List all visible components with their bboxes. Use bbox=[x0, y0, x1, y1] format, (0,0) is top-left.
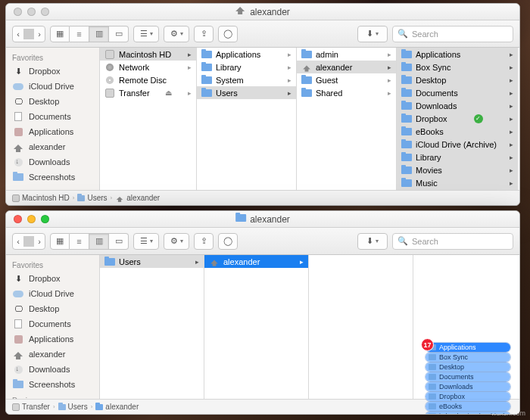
dropbox-menu[interactable]: ⬇ bbox=[357, 26, 388, 42]
view-gallery-button[interactable]: ▭ bbox=[109, 26, 129, 42]
column-3[interactable]: adminalexanderGuestShared bbox=[297, 48, 397, 190]
path-seg-1[interactable]: Transfer bbox=[12, 403, 50, 411]
column-2[interactable]: alexander bbox=[204, 255, 309, 399]
list-item[interactable]: Users bbox=[100, 255, 204, 268]
nav-buttons[interactable]: ‹› bbox=[12, 233, 45, 250]
column-4[interactable]: ApplicationsBox SyncDesktopDocumentsDown… bbox=[397, 48, 518, 190]
list-item[interactable]: eBooks bbox=[397, 125, 518, 138]
sidebar-item-applications[interactable]: Applications bbox=[6, 331, 99, 347]
sidebar-item-applications[interactable]: Applications bbox=[6, 124, 99, 139]
sidebar-item-downloads[interactable]: Downloads bbox=[6, 362, 99, 377]
sidebar-item-icloud[interactable]: iCloud Drive bbox=[6, 286, 99, 301]
column-1[interactable]: Users bbox=[100, 255, 204, 399]
action-menu[interactable]: ⚙ bbox=[164, 233, 189, 250]
item-label: System bbox=[216, 76, 244, 85]
sidebar-item-alexander[interactable]: alexander bbox=[6, 139, 99, 154]
sidebar-item-alexander[interactable]: alexander bbox=[6, 347, 99, 362]
list-item[interactable]: Pictures bbox=[397, 189, 518, 190]
sidebar-item-desktop[interactable]: 🖵Desktop bbox=[6, 94, 99, 109]
path-seg-2[interactable]: Users bbox=[58, 403, 88, 411]
minimize-button[interactable] bbox=[27, 215, 36, 223]
sidebar-item-icloud[interactable]: iCloud Drive bbox=[6, 79, 99, 94]
list-item[interactable]: Documents bbox=[397, 86, 518, 99]
list-item[interactable]: admin bbox=[297, 48, 396, 61]
view-icon-button[interactable]: ▦ bbox=[50, 26, 70, 42]
path-seg-1[interactable]: Macintosh HD bbox=[12, 194, 70, 202]
titlebar[interactable]: alexander bbox=[6, 4, 519, 20]
sidebar-item-desktop[interactable]: 🖵Desktop bbox=[6, 301, 99, 316]
arrange-menu[interactable]: ☰ bbox=[133, 26, 159, 42]
view-column-button[interactable]: ▥ bbox=[89, 26, 109, 42]
list-item[interactable]: alexander bbox=[204, 255, 308, 268]
path-bar[interactable]: Macintosh HD › Users › alexander bbox=[6, 190, 519, 205]
sidebar-item-screenshots[interactable]: Screenshots bbox=[6, 377, 99, 392]
view-gallery-button[interactable]: ▭ bbox=[109, 233, 129, 250]
list-item[interactable]: Transfer⏏ bbox=[100, 86, 196, 99]
minimize-button[interactable] bbox=[27, 8, 36, 16]
column-1[interactable]: Macintosh HDNetworkRemote DiscTransfer⏏ bbox=[100, 48, 197, 190]
close-button[interactable] bbox=[14, 8, 22, 16]
close-button[interactable] bbox=[14, 215, 22, 223]
back-button[interactable]: ‹ bbox=[13, 30, 23, 39]
item-label: Box Sync bbox=[416, 63, 450, 72]
tags-button[interactable]: ◯ bbox=[218, 233, 238, 250]
column-2[interactable]: ApplicationsLibrarySystemUsers bbox=[197, 48, 297, 190]
sidebar-item-dropbox[interactable]: ⬇Dropbox bbox=[6, 64, 99, 79]
item-label: Network bbox=[119, 63, 149, 72]
view-list-button[interactable]: ≡ bbox=[70, 233, 89, 250]
list-item[interactable]: System bbox=[197, 73, 296, 86]
nav-buttons[interactable]: ‹› bbox=[12, 26, 45, 42]
list-item[interactable]: Macintosh HD bbox=[100, 48, 196, 61]
share-button[interactable]: ⇪ bbox=[194, 233, 214, 250]
view-icon-button[interactable]: ▦ bbox=[50, 233, 70, 250]
list-item[interactable]: Remote Disc bbox=[100, 73, 196, 86]
sidebar-item-dropbox[interactable]: ⬇Dropbox bbox=[6, 271, 99, 286]
list-item[interactable]: Library bbox=[197, 61, 296, 73]
forward-button[interactable]: › bbox=[34, 237, 45, 246]
path-seg-3[interactable]: alexander bbox=[115, 194, 160, 202]
titlebar[interactable]: alexander bbox=[6, 211, 519, 228]
list-item[interactable]: Applications bbox=[397, 48, 518, 61]
view-list-button[interactable]: ≡ bbox=[70, 26, 89, 42]
search-field[interactable]: 🔍 Search bbox=[392, 26, 513, 42]
list-item[interactable]: Downloads bbox=[397, 99, 518, 112]
forward-button[interactable]: › bbox=[34, 30, 45, 39]
list-item[interactable]: Library bbox=[397, 151, 518, 163]
list-item[interactable]: Desktop bbox=[397, 73, 518, 86]
item-icon bbox=[401, 127, 412, 136]
list-item[interactable]: Applications bbox=[197, 48, 296, 61]
list-item[interactable]: Guest bbox=[297, 73, 396, 86]
list-item[interactable]: Movies bbox=[397, 163, 518, 176]
documents-icon bbox=[12, 111, 24, 122]
arrange-menu[interactable]: ☰ bbox=[133, 233, 159, 250]
eject-icon[interactable]: ⏏ bbox=[165, 89, 172, 97]
tags-button[interactable]: ◯ bbox=[218, 26, 238, 42]
item-label: Remote Disc bbox=[119, 76, 167, 85]
column-3[interactable] bbox=[309, 255, 413, 399]
list-item[interactable]: Shared bbox=[297, 86, 396, 99]
list-item[interactable]: alexander bbox=[297, 61, 396, 73]
chevron-icon: › bbox=[89, 403, 95, 410]
list-item[interactable]: Users bbox=[197, 86, 296, 99]
action-menu[interactable]: ⚙ bbox=[164, 26, 189, 42]
sidebar-item-screenshots[interactable]: Screenshots bbox=[6, 170, 99, 185]
list-item[interactable]: Network bbox=[100, 61, 196, 73]
zoom-button[interactable] bbox=[41, 215, 49, 223]
path-seg-3[interactable]: alexander bbox=[95, 403, 139, 411]
sidebar-item-downloads[interactable]: Downloads bbox=[6, 154, 99, 170]
dropbox-menu[interactable]: ⬇ bbox=[357, 233, 388, 250]
share-button[interactable]: ⇪ bbox=[194, 26, 214, 42]
search-field[interactable]: 🔍 Search bbox=[392, 233, 513, 250]
sidebar-item-documents[interactable]: Documents bbox=[6, 316, 99, 331]
list-item[interactable]: Box Sync bbox=[397, 61, 518, 73]
back-button[interactable]: ‹ bbox=[13, 237, 23, 246]
view-column-button[interactable]: ▥ bbox=[89, 233, 109, 250]
list-item[interactable]: Dropbox✓ bbox=[397, 112, 518, 125]
item-label: iCloud Drive (Archive) bbox=[416, 140, 497, 149]
sidebar-item-documents[interactable]: Documents bbox=[6, 109, 99, 124]
path-seg-2[interactable]: Users bbox=[77, 194, 107, 202]
list-item[interactable]: iCloud Drive (Archive) bbox=[397, 138, 518, 151]
chevron-icon: › bbox=[71, 194, 76, 201]
zoom-button[interactable] bbox=[41, 8, 49, 16]
list-item[interactable]: Music bbox=[397, 176, 518, 189]
